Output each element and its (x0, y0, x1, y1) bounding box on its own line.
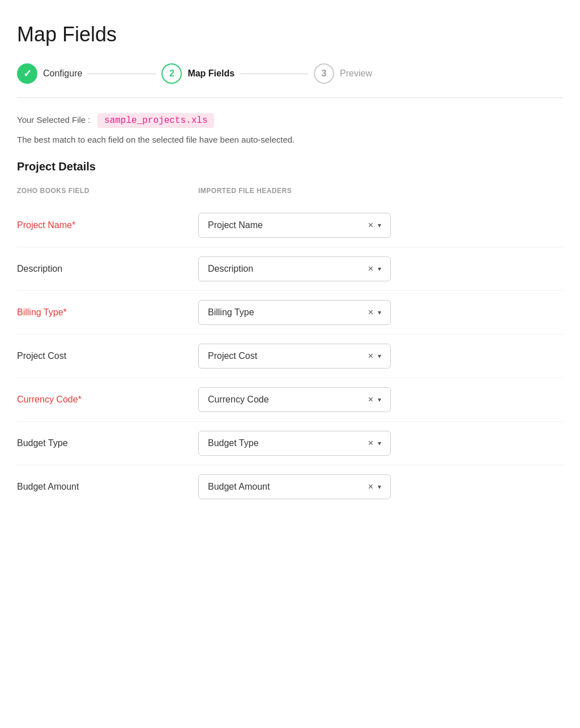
dropdown-project-name-value: Project Name (208, 220, 263, 230)
dropdown-project-cost-controls: × ▾ (368, 351, 381, 361)
zoho-field-currency-code: Currency Code* (17, 395, 198, 405)
imported-field-description: Description × ▾ (198, 256, 563, 281)
imported-column-header: IMPORTED FILE HEADERS (198, 187, 563, 195)
chevron-down-icon: ▾ (378, 439, 381, 447)
imported-field-budget-amount: Budget Amount × ▾ (198, 474, 563, 499)
zoho-field-billing-type: Billing Type* (17, 307, 198, 318)
field-row-budget-amount: Budget Amount Budget Amount × ▾ (17, 465, 563, 508)
field-row-project-cost: Project Cost Project Cost × ▾ (17, 335, 563, 378)
step-configure-circle: ✓ (17, 63, 37, 84)
dropdown-currency-code[interactable]: Currency Code × ▾ (198, 387, 391, 412)
dropdown-budget-amount[interactable]: Budget Amount × ▾ (198, 474, 391, 499)
step-connector-2 (240, 74, 308, 74)
clear-project-name-icon[interactable]: × (368, 220, 373, 230)
file-info: Your Selected File : sample_projects.xls (17, 115, 563, 126)
dropdown-budget-type[interactable]: Budget Type × ▾ (198, 431, 391, 456)
dropdown-project-name[interactable]: Project Name × ▾ (198, 213, 391, 238)
file-name: sample_projects.xls (97, 113, 214, 128)
imported-field-project-cost: Project Cost × ▾ (198, 344, 563, 369)
field-row-description: Description Description × ▾ (17, 247, 563, 291)
imported-field-billing-type: Billing Type × ▾ (198, 300, 563, 325)
field-row-billing-type: Billing Type* Billing Type × ▾ (17, 291, 563, 335)
dropdown-budget-amount-controls: × ▾ (368, 482, 381, 492)
dropdown-project-cost[interactable]: Project Cost × ▾ (198, 344, 391, 369)
dropdown-description-controls: × ▾ (368, 264, 381, 274)
step-configure: ✓ Configure (17, 63, 82, 84)
chevron-down-icon: ▾ (378, 221, 381, 229)
imported-field-currency-code: Currency Code × ▾ (198, 387, 563, 412)
step-preview: 3 Preview (314, 63, 372, 84)
dropdown-description-value: Description (208, 264, 253, 274)
field-row-currency-code: Currency Code* Currency Code × ▾ (17, 378, 563, 422)
dropdown-budget-type-controls: × ▾ (368, 438, 381, 448)
step-preview-number: 3 (322, 68, 327, 79)
imported-field-project-name: Project Name × ▾ (198, 213, 563, 238)
section-title: Project Details (17, 160, 563, 173)
dropdown-project-name-controls: × ▾ (368, 220, 381, 230)
page-title: Map Fields (17, 23, 563, 46)
dropdown-billing-type-controls: × ▾ (368, 307, 381, 318)
zoho-field-description: Description (17, 264, 198, 274)
imported-field-budget-type: Budget Type × ▾ (198, 431, 563, 456)
field-row-project-name: Project Name* Project Name × ▾ (17, 204, 563, 247)
zoho-field-project-cost: Project Cost (17, 351, 198, 361)
step-configure-label: Configure (43, 68, 82, 79)
clear-budget-type-icon[interactable]: × (368, 438, 373, 448)
clear-description-icon[interactable]: × (368, 264, 373, 274)
clear-currency-code-icon[interactable]: × (368, 395, 373, 405)
auto-select-note: The best match to each field on the sele… (17, 135, 563, 144)
zoho-column-header: ZOHO BOOKS FIELD (17, 187, 198, 195)
zoho-field-budget-amount: Budget Amount (17, 482, 198, 492)
dropdown-budget-type-value: Budget Type (208, 438, 259, 448)
dropdown-currency-code-value: Currency Code (208, 395, 269, 405)
clear-billing-type-icon[interactable]: × (368, 307, 373, 318)
chevron-down-icon: ▾ (378, 352, 381, 360)
step-map-fields-circle: 2 (161, 63, 182, 84)
file-label: Your Selected File : (17, 115, 91, 125)
zoho-field-budget-type: Budget Type (17, 438, 198, 448)
stepper: ✓ Configure 2 Map Fields 3 Preview (17, 63, 563, 98)
dropdown-description[interactable]: Description × ▾ (198, 256, 391, 281)
dropdown-billing-type-value: Billing Type (208, 307, 254, 318)
chevron-down-icon: ▾ (378, 483, 381, 491)
field-headers: ZOHO BOOKS FIELD IMPORTED FILE HEADERS (17, 187, 563, 195)
step-map-fields-number: 2 (169, 68, 174, 79)
field-row-budget-type: Budget Type Budget Type × ▾ (17, 422, 563, 465)
chevron-down-icon: ▾ (378, 396, 381, 404)
step-preview-label: Preview (340, 68, 372, 79)
step-map-fields-label: Map Fields (187, 68, 234, 79)
step-map-fields: 2 Map Fields (161, 63, 234, 84)
clear-budget-amount-icon[interactable]: × (368, 482, 373, 492)
dropdown-budget-amount-value: Budget Amount (208, 482, 270, 492)
dropdown-billing-type[interactable]: Billing Type × ▾ (198, 300, 391, 325)
dropdown-currency-code-controls: × ▾ (368, 395, 381, 405)
fields-list: Project Name* Project Name × ▾ Descripti… (17, 204, 563, 508)
chevron-down-icon: ▾ (378, 265, 381, 273)
clear-project-cost-icon[interactable]: × (368, 351, 373, 361)
chevron-down-icon: ▾ (378, 309, 381, 316)
dropdown-project-cost-value: Project Cost (208, 351, 257, 361)
check-icon: ✓ (23, 67, 32, 80)
zoho-field-project-name: Project Name* (17, 220, 198, 230)
step-preview-circle: 3 (314, 63, 334, 84)
step-connector-1 (88, 74, 156, 74)
